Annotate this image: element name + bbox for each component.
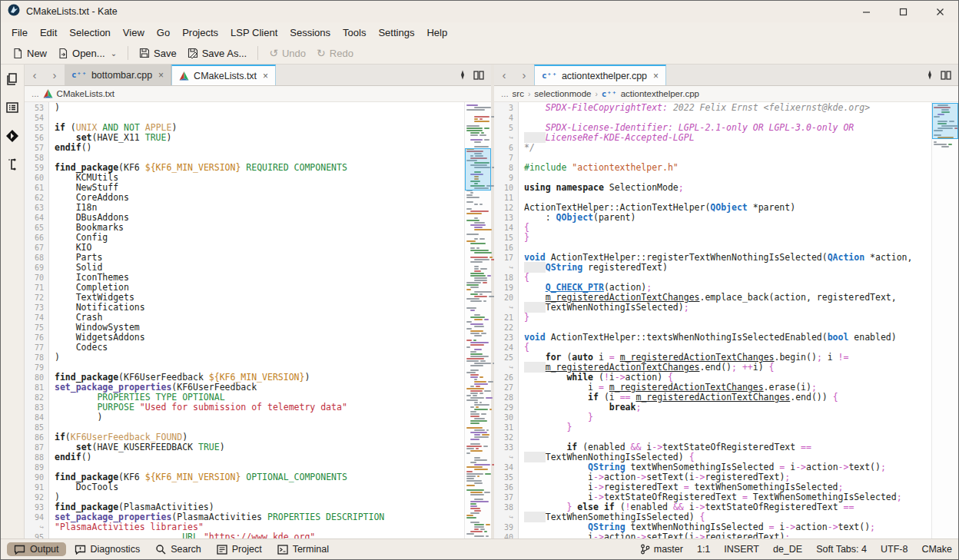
line-number: 88 <box>25 452 49 462</box>
save-as-icon <box>187 48 198 58</box>
menu-lsp-client[interactable]: LSP Client <box>224 25 284 41</box>
line-number: 63 <box>25 203 49 213</box>
toolview-button-terminal[interactable]: Terminal <box>270 542 336 556</box>
open-dropdown-chevron-icon[interactable]: ⌄ <box>111 49 117 58</box>
tab-close-icon[interactable]: × <box>158 70 164 81</box>
line-number: 26 <box>494 373 519 383</box>
code-line: 10using namespace SelectionMode; <box>494 183 931 193</box>
close-button[interactable] <box>921 1 958 22</box>
code-line: ↪ TextWhenNothingIsSelected); <box>494 303 931 313</box>
project-icon <box>217 545 227 555</box>
breadcrumb-item[interactable]: ... <box>501 89 509 98</box>
breadcrumb: ...CMakeLists.txt <box>25 86 491 102</box>
new-document-icon <box>12 48 23 59</box>
quick-open-icon[interactable] <box>927 70 933 80</box>
project-list-icon[interactable] <box>5 101 19 118</box>
breadcrumb-item[interactable]: src <box>513 89 524 98</box>
breadcrumb-item[interactable]: selectionmode <box>534 89 591 98</box>
split-view-icon[interactable] <box>941 71 951 80</box>
maximize-button[interactable] <box>884 1 921 22</box>
main-toolbar: New Open... ⌄ Save Save As... ↺ Undo ↻ R… <box>1 42 958 65</box>
tab-close-icon[interactable]: × <box>263 71 268 81</box>
indent-mode[interactable]: Soft Tabs: 4 <box>816 544 867 555</box>
redo-button[interactable]: ↻ Redo <box>311 45 359 61</box>
left-sidebar <box>1 65 25 539</box>
line-number: 68 <box>25 253 49 263</box>
open-button[interactable]: Open... ⌄ <box>52 45 122 61</box>
code-area[interactable]: 53)5455if (UNIX AND NOT APPLE)56 set(HAV… <box>25 102 464 539</box>
line-number: 67 <box>25 243 49 253</box>
line-number: 62 <box>25 193 49 203</box>
menu-help[interactable]: Help <box>420 25 453 41</box>
cmake-icon <box>43 89 53 98</box>
syntax-mode[interactable]: CMake <box>921 544 952 555</box>
toolview-label: Output <box>30 544 59 555</box>
line-number: ↪ <box>494 512 519 522</box>
split-view-icon[interactable] <box>473 71 484 80</box>
line-number: 22 <box>494 323 519 333</box>
quick-open-icon[interactable] <box>460 70 466 80</box>
toolview-button-project[interactable]: Project <box>210 542 269 556</box>
menu-file[interactable]: File <box>5 25 34 41</box>
editor-view[interactable]: 3 SPDX-FileCopyrightText: 2022 Felix Ern… <box>494 102 958 539</box>
line-number: 60 <box>25 173 49 183</box>
line-number: 12 <box>494 203 519 213</box>
new-button[interactable]: New <box>7 45 52 61</box>
code-area[interactable]: 3 SPDX-FileCopyrightText: 2022 Felix Ern… <box>494 102 931 539</box>
tab-CMakeLists.txt[interactable]: CMakeLists.txt× <box>171 65 276 85</box>
input-mode[interactable]: INSERT <box>724 544 759 555</box>
save-button[interactable]: Save <box>134 45 182 61</box>
menu-edit[interactable]: Edit <box>34 25 63 41</box>
tab-actiontexthelper.cpp[interactable]: c⁺⁺actiontexthelper.cpp× <box>534 65 666 85</box>
window-title: CMakeLists.txt - Kate <box>26 6 118 17</box>
code-line: 23void ActionTextHelper::textsWhenNothin… <box>494 333 931 343</box>
cmake-icon <box>179 71 189 81</box>
open-document-icon <box>58 48 68 59</box>
breadcrumb-item[interactable]: actiontexthelper.cpp <box>621 89 699 98</box>
menu-settings[interactable]: Settings <box>372 25 420 41</box>
history-forward-icon[interactable]: › <box>45 65 65 85</box>
minimap-viewport[interactable] <box>932 103 958 139</box>
toolview-button-search[interactable]: Search <box>148 542 208 556</box>
line-number: 76 <box>25 333 49 343</box>
redo-icon: ↻ <box>317 47 326 59</box>
dictionary[interactable]: de_DE <box>773 544 802 555</box>
menu-tools[interactable]: Tools <box>337 25 372 41</box>
breadcrumb-separator: › <box>528 90 530 98</box>
menu-go[interactable]: Go <box>151 25 176 41</box>
minimize-button[interactable] <box>848 1 884 22</box>
line-number: ↪ <box>494 133 519 143</box>
right-editor-pane: ‹›c⁺⁺actiontexthelper.cpp×...src›selecti… <box>494 65 958 539</box>
documents-icon[interactable] <box>5 72 19 89</box>
code-line: 31 } <box>494 422 931 432</box>
undo-button[interactable]: ↺ Undo <box>264 45 311 61</box>
cpp-file-icon: c⁺⁺ <box>542 71 557 81</box>
call-tree-icon[interactable] <box>5 157 19 174</box>
breadcrumb-item[interactable]: ... <box>32 89 39 98</box>
save-as-button[interactable]: Save As... <box>182 45 253 61</box>
editor-view[interactable]: 53)5455if (UNIX AND NOT APPLE)56 set(HAV… <box>25 102 491 539</box>
menu-projects[interactable]: Projects <box>176 25 224 41</box>
minimap-viewport[interactable] <box>465 148 491 191</box>
git-branch-status[interactable]: master <box>640 544 683 555</box>
menu-selection[interactable]: Selection <box>63 25 116 41</box>
history-back-icon[interactable]: ‹ <box>25 65 45 85</box>
minimap-scrollbar[interactable] <box>464 102 491 539</box>
cursor-position[interactable]: 1:1 <box>697 544 710 555</box>
tab-bottombar.cpp[interactable]: c⁺⁺bottombar.cpp× <box>65 65 171 85</box>
kate-app-icon <box>8 4 20 19</box>
breadcrumb: ...src›selectionmode›c⁺⁺actiontexthelper… <box>494 86 958 102</box>
syntax-mode-label: CMake <box>921 544 952 555</box>
toolview-button-diagnostics[interactable]: Diagnostics <box>68 542 148 556</box>
breadcrumb-item[interactable]: CMakeLists.txt <box>57 89 114 98</box>
history-forward-icon[interactable]: › <box>514 65 534 85</box>
minimap-scrollbar[interactable] <box>931 102 958 539</box>
tab-close-icon[interactable]: × <box>653 71 659 81</box>
encoding[interactable]: UTF-8 <box>881 544 908 555</box>
menu-sessions[interactable]: Sessions <box>284 25 337 41</box>
diamond-tool-icon[interactable] <box>5 129 19 146</box>
line-number: 30 <box>494 413 519 422</box>
history-back-icon[interactable]: ‹ <box>494 65 514 85</box>
toolview-button-output[interactable]: Output <box>7 542 66 556</box>
menu-view[interactable]: View <box>117 25 151 41</box>
